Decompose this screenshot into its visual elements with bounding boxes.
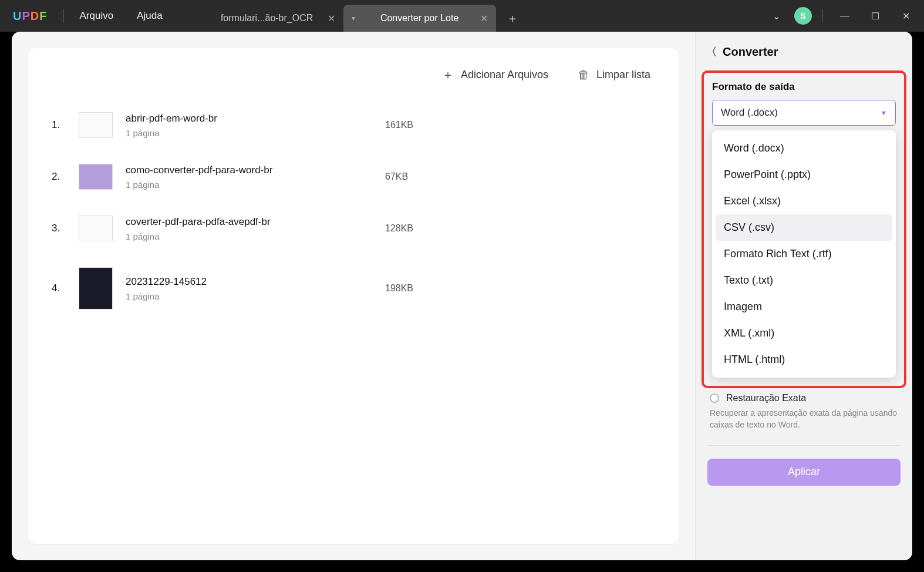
- format-option[interactable]: Formato Rich Text (.rtf): [716, 241, 892, 267]
- caret-down-icon[interactable]: ▾: [352, 14, 355, 22]
- title-bar: UPDF Arquivo Ajuda formulari...ão-br_OCR…: [0, 0, 924, 32]
- divider: [822, 9, 823, 22]
- file-name: abrir-pdf-em-word-br: [126, 113, 349, 125]
- divider: [707, 445, 901, 446]
- tab-inactive[interactable]: formulari...ão-br_OCR ✕: [191, 5, 343, 32]
- file-thumbnail: [79, 112, 113, 138]
- triangle-down-icon: ▼: [881, 109, 887, 116]
- menu-help[interactable]: Ajuda: [125, 0, 174, 32]
- logo-letter: D: [31, 9, 39, 22]
- file-pages: 1 página: [126, 291, 349, 301]
- file-thumbnail: [79, 267, 113, 309]
- chevron-down-icon[interactable]: ⌄: [767, 11, 786, 22]
- main-panel: ＋ Adicionar Arquivos 🗑 Limpar lista 1.ab…: [12, 32, 695, 560]
- format-option[interactable]: Texto (.txt): [716, 267, 892, 294]
- add-files-button[interactable]: ＋ Adicionar Arquivos: [442, 67, 548, 83]
- output-format-label: Formato de saída: [712, 81, 896, 93]
- file-meta: abrir-pdf-em-word-br1 página: [126, 113, 349, 138]
- file-index: 1.: [52, 119, 66, 131]
- helper-text: Recuperar a apresentação exata da página…: [696, 405, 912, 437]
- file-thumbnail: [79, 164, 113, 190]
- back-icon[interactable]: 〈: [706, 45, 717, 59]
- output-format-select[interactable]: Word (.docx) ▼: [712, 100, 896, 126]
- new-tab-button[interactable]: ＋: [496, 5, 529, 32]
- file-pages: 1 página: [126, 180, 349, 190]
- file-name: 20231229-145612: [126, 276, 349, 288]
- file-thumbnail: [79, 216, 113, 241]
- clear-list-button[interactable]: 🗑 Limpar lista: [578, 67, 650, 83]
- workspace: ＋ Adicionar Arquivos 🗑 Limpar lista 1.ab…: [12, 32, 912, 560]
- add-files-label: Adicionar Arquivos: [461, 69, 548, 81]
- file-meta: como-converter-pdf-para-word-br1 página: [126, 164, 349, 190]
- maximize-button[interactable]: ☐: [864, 11, 886, 22]
- file-index: 2.: [52, 171, 66, 183]
- tab-strip: formulari...ão-br_OCR ✕ ▾ Converter por …: [191, 0, 529, 32]
- plus-icon: ＋: [442, 67, 454, 83]
- format-option[interactable]: Word (.docx): [716, 135, 892, 161]
- close-button[interactable]: ✕: [895, 11, 917, 22]
- file-pages: 1 página: [126, 231, 349, 241]
- file-actions: ＋ Adicionar Arquivos 🗑 Limpar lista: [52, 59, 655, 99]
- exact-restore-option[interactable]: Restauração Exata: [696, 388, 912, 405]
- file-name: como-converter-pdf-para-word-br: [126, 164, 349, 176]
- divider: [63, 9, 64, 23]
- selected-value: Word (.docx): [721, 107, 778, 119]
- radio-icon: [710, 393, 719, 403]
- window-controls: ⌄ S — ☐ ✕: [767, 0, 924, 32]
- format-option[interactable]: Imagem: [716, 294, 892, 320]
- output-format-dropdown: Word (.docx)PowerPoint (.pptx)Excel (.xl…: [712, 130, 896, 378]
- trash-icon: 🗑: [578, 68, 589, 82]
- radio-label: Restauração Exata: [726, 393, 806, 403]
- apply-button[interactable]: Aplicar: [707, 459, 901, 486]
- close-icon[interactable]: ✕: [328, 13, 335, 24]
- close-icon[interactable]: ✕: [480, 13, 488, 24]
- file-size: 128KB: [385, 223, 413, 234]
- file-rows: 1.abrir-pdf-em-word-br1 página161KB2.com…: [52, 99, 655, 322]
- format-option[interactable]: XML (.xml): [716, 320, 892, 346]
- app-logo: UPDF: [0, 9, 60, 23]
- minimize-button[interactable]: —: [834, 11, 856, 21]
- tab-active[interactable]: ▾ Converter por Lote ✕: [343, 5, 496, 32]
- file-row[interactable]: 3.coverter-pdf-para-pdfa-avepdf-br1 pági…: [52, 203, 655, 254]
- file-size: 161KB: [385, 120, 413, 130]
- panel-title: Converter: [723, 45, 778, 59]
- file-index: 4.: [52, 282, 66, 294]
- avatar[interactable]: S: [794, 7, 812, 25]
- clear-list-label: Limpar lista: [596, 69, 650, 81]
- logo-letter: F: [39, 9, 47, 22]
- logo-letter: U: [13, 9, 22, 22]
- file-size: 67KB: [385, 171, 408, 182]
- file-index: 3.: [52, 223, 66, 234]
- convert-panel: 〈 Converter Formato de saída Word (.docx…: [695, 32, 912, 560]
- tab-label: Converter por Lote: [380, 13, 458, 23]
- file-row[interactable]: 2.como-converter-pdf-para-word-br1 págin…: [52, 151, 655, 203]
- file-pages: 1 página: [126, 128, 349, 138]
- tab-label: formulari...ão-br_OCR: [221, 13, 313, 23]
- output-format-highlight: Formato de saída Word (.docx) ▼ Word (.d…: [702, 70, 906, 388]
- file-meta: 20231229-1456121 página: [126, 276, 349, 301]
- panel-header: 〈 Converter: [696, 32, 912, 67]
- file-name: coverter-pdf-para-pdfa-avepdf-br: [126, 216, 349, 228]
- file-size: 198KB: [385, 283, 413, 294]
- file-list-card: ＋ Adicionar Arquivos 🗑 Limpar lista 1.ab…: [28, 48, 679, 544]
- file-row[interactable]: 1.abrir-pdf-em-word-br1 página161KB: [52, 99, 655, 151]
- format-option[interactable]: CSV (.csv): [716, 214, 892, 241]
- logo-letter: P: [22, 9, 30, 22]
- file-meta: coverter-pdf-para-pdfa-avepdf-br1 página: [126, 216, 349, 241]
- format-option[interactable]: HTML (.html): [716, 346, 892, 373]
- format-option[interactable]: PowerPoint (.pptx): [716, 161, 892, 188]
- file-row[interactable]: 4.20231229-1456121 página198KB: [52, 254, 655, 322]
- menu-file[interactable]: Arquivo: [68, 0, 125, 32]
- format-option[interactable]: Excel (.xlsx): [716, 188, 892, 214]
